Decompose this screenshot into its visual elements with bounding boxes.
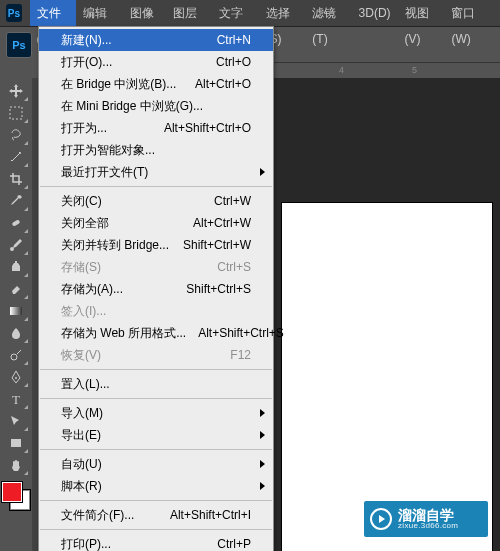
svg-point-7 [15,377,17,379]
menu-文件[interactable]: 文件(F) [30,0,76,26]
ruler-tick: 4 [339,65,344,75]
watermark-url: zixue.3d66.com [398,522,458,530]
menu-item-label: 存储(S) [61,259,205,276]
path-select-tool[interactable] [3,410,29,432]
menu-item-label: 存储为(A)... [61,281,174,298]
color-swatches[interactable] [2,482,30,510]
clone-tool[interactable] [3,256,29,278]
menu-item-label: 关闭(C) [61,193,202,210]
rectangle-tool[interactable] [3,432,29,454]
title-bar: Ps 文件(F)编辑(E)图像(I)图层(L)文字(Y)选择(S)滤镜(T)3D… [0,0,500,27]
menu-item-label: 置入(L)... [61,376,251,393]
svg-rect-5 [10,307,22,315]
menu-item-label: 脚本(R) [61,478,251,495]
play-icon [370,508,392,530]
menu-item-label: 导入(M) [61,405,251,422]
menu-item-label: 打开为... [61,120,152,137]
crop-tool[interactable] [3,168,29,190]
submenu-arrow-icon [260,431,265,439]
menu-item: 恢复(V)F12 [39,344,273,366]
menu-窗口[interactable]: 窗口(W) [444,0,494,26]
menu-item[interactable]: 在 Mini Bridge 中浏览(G)... [39,95,273,117]
menu-item-label: 打开(O)... [61,54,204,71]
foreground-color-swatch[interactable] [2,482,22,502]
menu-文字[interactable]: 文字(Y) [212,0,259,26]
submenu-arrow-icon [260,409,265,417]
file-menu-dropdown: 新建(N)...Ctrl+N打开(O)...Ctrl+O在 Bridge 中浏览… [38,26,274,551]
pen-tool[interactable] [3,366,29,388]
type-tool[interactable]: T [3,388,29,410]
menu-item-label: 打印(P)... [61,536,205,552]
menu-item-shortcut: Shift+Ctrl+S [186,282,251,296]
menu-separator [40,500,272,501]
brush-tool[interactable] [3,234,29,256]
menu-图层[interactable]: 图层(L) [166,0,212,26]
menu-item-label: 文件简介(F)... [61,507,158,524]
menu-item[interactable]: 新建(N)...Ctrl+N [39,29,273,51]
document-canvas[interactable] [282,203,492,551]
menu-separator [40,449,272,450]
menu-item-label: 自动(U) [61,456,251,473]
menu-separator [40,398,272,399]
menu-item[interactable]: 打印(P)...Ctrl+P [39,533,273,551]
menu-视图[interactable]: 视图(V) [398,0,445,26]
menu-item-label: 关闭全部 [61,215,181,232]
eyedropper-tool[interactable] [3,190,29,212]
menu-item-shortcut: Ctrl+W [214,194,251,208]
menu-item-shortcut: Alt+Ctrl+W [193,216,251,230]
menu-separator [40,529,272,530]
menu-item[interactable]: 置入(L)... [39,373,273,395]
menu-item[interactable]: 打开为智能对象... [39,139,273,161]
menu-item-label: 恢复(V) [61,347,218,364]
menu-item[interactable]: 导出(E) [39,424,273,446]
lasso-tool[interactable] [3,124,29,146]
menu-item-label: 导出(E) [61,427,251,444]
blur-tool[interactable] [3,322,29,344]
menu-图像[interactable]: 图像(I) [123,0,166,26]
marquee-tool[interactable] [3,102,29,124]
menu-item-shortcut: Ctrl+O [216,55,251,69]
menu-item[interactable]: 在 Bridge 中浏览(B)...Alt+Ctrl+O [39,73,273,95]
svg-rect-4 [15,261,17,264]
ruler-tick: 5 [412,65,417,75]
app-logo-icon: Ps [6,4,22,22]
svg-point-6 [11,354,17,360]
svg-point-3 [10,247,14,251]
menu-item[interactable]: 存储为 Web 所用格式...Alt+Shift+Ctrl+S [39,322,273,344]
menu-item: 签入(I)... [39,300,273,322]
move-tool[interactable] [3,80,29,102]
menu-item[interactable]: 脚本(R) [39,475,273,497]
menu-滤镜[interactable]: 滤镜(T) [305,0,351,26]
watermark-title: 溜溜自学 [398,508,458,522]
menu-item-label: 打开为智能对象... [61,142,251,159]
healing-tool[interactable] [3,212,29,234]
menu-item[interactable]: 自动(U) [39,453,273,475]
gradient-tool[interactable] [3,300,29,322]
menu-item[interactable]: 存储为(A)...Shift+Ctrl+S [39,278,273,300]
magic-wand-tool[interactable] [3,146,29,168]
tool-preset-icon[interactable]: Ps [6,32,32,58]
menu-item[interactable]: 关闭并转到 Bridge...Shift+Ctrl+W [39,234,273,256]
svg-rect-2 [12,219,21,226]
menu-item: 存储(S)Ctrl+S [39,256,273,278]
dodge-tool[interactable] [3,344,29,366]
menu-item[interactable]: 打开为...Alt+Shift+Ctrl+O [39,117,273,139]
menu-item[interactable]: 关闭(C)Ctrl+W [39,190,273,212]
menu-item[interactable]: 导入(M) [39,402,273,424]
menu-item[interactable]: 最近打开文件(T) [39,161,273,183]
menu-item-label: 新建(N)... [61,32,205,49]
submenu-arrow-icon [260,168,265,176]
hand-tool[interactable] [3,454,29,476]
menu-3d[interactable]: 3D(D) [352,0,398,26]
menu-选择[interactable]: 选择(S) [259,0,306,26]
menu-item[interactable]: 打开(O)...Ctrl+O [39,51,273,73]
menu-item-shortcut: Alt+Shift+Ctrl+I [170,508,251,522]
eraser-tool[interactable] [3,278,29,300]
menu-item[interactable]: 文件简介(F)...Alt+Shift+Ctrl+I [39,504,273,526]
menu-item-label: 签入(I)... [61,303,251,320]
menu-item[interactable]: 关闭全部Alt+Ctrl+W [39,212,273,234]
menu-item-shortcut: Alt+Shift+Ctrl+S [198,326,284,340]
menu-编辑[interactable]: 编辑(E) [76,0,123,26]
svg-rect-0 [10,107,22,119]
menu-item-label: 在 Bridge 中浏览(B)... [61,76,183,93]
